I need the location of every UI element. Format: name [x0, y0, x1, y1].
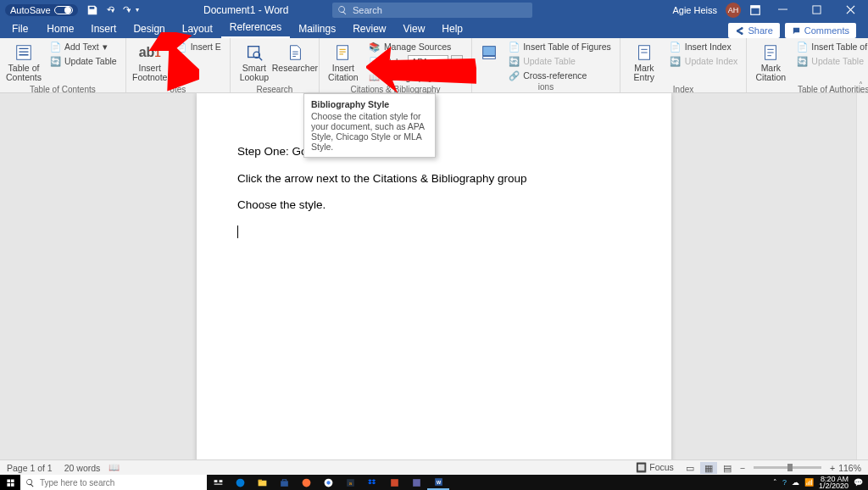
- collapse-ribbon-icon[interactable]: ˄: [859, 81, 863, 90]
- tab-review[interactable]: Review: [344, 20, 394, 38]
- print-layout-icon[interactable]: ▦: [700, 462, 717, 474]
- comments-button[interactable]: Comments: [785, 23, 856, 38]
- svg-rect-16: [214, 483, 222, 484]
- read-mode-icon[interactable]: ▭: [682, 462, 698, 474]
- qat-customize-icon[interactable]: ▾: [136, 6, 139, 14]
- ribbon-options-icon[interactable]: [749, 4, 761, 16]
- caption-icon: [479, 42, 499, 63]
- tray-help-icon[interactable]: ?: [782, 478, 787, 487]
- windows-taskbar: Type here to search a W ˄ ? ☁ 📶 8:20 AM …: [0, 475, 868, 490]
- explorer-icon[interactable]: [251, 475, 273, 490]
- insert-caption-button[interactable]: [477, 40, 501, 65]
- focus-mode-button[interactable]: 🔲 Focus: [636, 462, 674, 473]
- word-count[interactable]: 20 words: [64, 463, 101, 473]
- chrome-icon[interactable]: [317, 475, 339, 490]
- toa-icon: 📄: [796, 41, 808, 53]
- zoom-out-button[interactable]: −: [740, 463, 745, 473]
- firefox-icon[interactable]: [295, 475, 317, 490]
- tooltip-body: Choose the citation style for your docum…: [311, 111, 428, 152]
- status-bar: Page 1 of 1 20 words 📖 🔲 Focus ▭ ▦ ▤ − +…: [0, 459, 868, 475]
- taskbar-search[interactable]: Type here to search: [20, 475, 207, 490]
- smart-lookup-icon: [244, 42, 264, 63]
- task-view-icon[interactable]: [207, 475, 229, 490]
- cross-reference-button[interactable]: 🔗Cross-reference: [504, 69, 615, 82]
- doc-paragraph-3: Choose the style.: [237, 198, 631, 213]
- tab-help[interactable]: Help: [433, 20, 471, 38]
- page-count[interactable]: Page 1 of 1: [7, 463, 53, 473]
- store-icon[interactable]: [273, 475, 295, 490]
- insert-index-button[interactable]: 📄Insert Index: [666, 40, 741, 53]
- zoom-slider[interactable]: [754, 466, 821, 469]
- start-button[interactable]: [0, 475, 20, 490]
- maximize-button[interactable]: [804, 0, 829, 19]
- update-table-button[interactable]: 🔄Update Table: [46, 54, 120, 68]
- tab-view[interactable]: View: [395, 20, 434, 38]
- insert-citation-button[interactable]: Insert Citation: [325, 40, 362, 85]
- svg-rect-1: [751, 5, 760, 8]
- tray-chevron-icon[interactable]: ˄: [773, 478, 777, 487]
- vertical-scrollbar[interactable]: [856, 93, 868, 459]
- undo-button[interactable]: ↶▾: [107, 4, 114, 15]
- svg-marker-13: [366, 42, 476, 99]
- insert-table-figures-button[interactable]: 📄Insert Table of Figures: [504, 40, 615, 53]
- app1-icon[interactable]: [383, 475, 405, 490]
- svg-rect-15: [219, 480, 222, 482]
- group-research: Smart Lookup Researcher Research: [231, 38, 320, 92]
- svg-rect-19: [258, 479, 261, 481]
- word-icon[interactable]: W: [427, 475, 449, 490]
- group-index: Mark Entry 📄Insert Index 🔄Update Index I…: [620, 38, 747, 92]
- close-button[interactable]: [837, 0, 863, 19]
- tab-home[interactable]: Home: [38, 20, 82, 38]
- username-label[interactable]: Agie Heiss: [672, 5, 717, 15]
- avatar[interactable]: AH: [726, 3, 741, 18]
- update-icon: 🔄: [49, 55, 61, 67]
- search-icon: [25, 478, 35, 487]
- spellcheck-icon[interactable]: 📖: [108, 462, 120, 473]
- group-label-captions: ions: [477, 82, 615, 92]
- mark-entry-button[interactable]: Mark Entry: [626, 40, 663, 85]
- svg-rect-26: [391, 479, 398, 487]
- tab-insert[interactable]: Insert: [82, 20, 125, 38]
- dropbox-icon[interactable]: [361, 475, 383, 490]
- svg-rect-14: [214, 480, 217, 482]
- mark-citation-button[interactable]: Mark Citation: [752, 40, 789, 85]
- app2-icon[interactable]: [405, 475, 427, 490]
- table-figures-icon: 📄: [508, 41, 520, 53]
- amazon-icon[interactable]: a: [339, 475, 361, 490]
- add-text-icon: 📄: [49, 41, 61, 53]
- tray-notifications-icon[interactable]: 💬: [854, 478, 863, 487]
- tab-mailings[interactable]: Mailings: [290, 20, 344, 38]
- researcher-button[interactable]: Researcher: [276, 40, 314, 75]
- title-bar: AutoSave ↶▾ ↷▾ ▾ Document1 - Word Search…: [0, 0, 868, 19]
- smart-lookup-button[interactable]: Smart Lookup: [236, 40, 273, 85]
- tray-wifi-icon[interactable]: 📶: [804, 478, 814, 487]
- share-button[interactable]: Share: [728, 23, 779, 38]
- add-text-button[interactable]: 📄Add Text ▾: [46, 40, 120, 53]
- tab-file[interactable]: File: [3, 20, 36, 38]
- save-icon[interactable]: [86, 4, 98, 16]
- search-box[interactable]: Search: [332, 3, 532, 18]
- table-of-contents-button[interactable]: Table of Contents: [5, 40, 42, 85]
- insert-toa-button[interactable]: 📄Insert Table of Authorities: [793, 40, 868, 53]
- crossref-icon: 🔗: [508, 70, 520, 81]
- comment-icon: [792, 26, 801, 36]
- search-placeholder: Search: [353, 5, 382, 15]
- edge-icon[interactable]: [229, 475, 251, 490]
- web-layout-icon[interactable]: ▤: [719, 462, 736, 474]
- annotation-arrow-references: [123, 32, 199, 92]
- zoom-level[interactable]: 116%: [838, 463, 861, 473]
- group-toc: Table of Contents 📄Add Text ▾ 🔄Update Ta…: [0, 38, 126, 92]
- autosave-toggle[interactable]: AutoSave: [5, 4, 78, 16]
- annotation-arrow-style: [366, 42, 476, 102]
- tab-references[interactable]: References: [221, 19, 290, 38]
- taskbar-clock[interactable]: 8:20 AM 1/2/2020: [819, 476, 849, 489]
- zoom-in-button[interactable]: +: [830, 463, 835, 473]
- redo-button[interactable]: ↷▾: [123, 4, 131, 15]
- tray-cloud-icon[interactable]: ☁: [792, 478, 799, 487]
- insert-index-icon: 📄: [670, 41, 682, 53]
- taskbar-apps: a W: [207, 475, 449, 490]
- svg-text:W: W: [436, 479, 441, 484]
- minimize-button[interactable]: [770, 0, 795, 19]
- quick-access-toolbar: ↶▾ ↷▾ ▾: [86, 4, 139, 16]
- svg-point-17: [236, 478, 244, 487]
